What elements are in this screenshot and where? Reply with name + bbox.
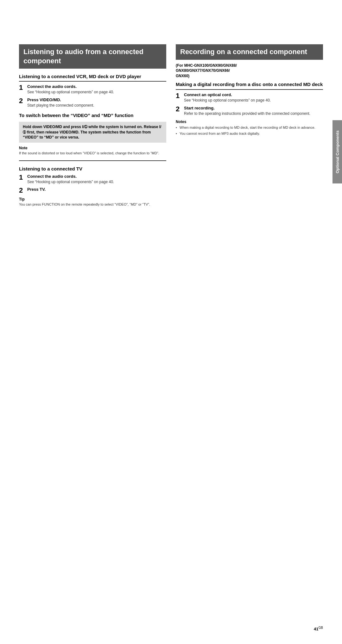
tv-section-divider [19,160,166,161]
tv-tip-title: Tip [19,197,166,201]
vcr-step2-number: 2 [19,97,25,108]
vcr-step2: 2 Press VIDEO/MD. Start playing the conn… [19,97,166,108]
making-step1: 1 Connect an optical cord. See “Hooking … [176,92,323,103]
switch-note-title: Note [19,146,166,150]
making-subsection-title: Making a digital recording from a disc o… [176,81,323,90]
tv-step1: 1 Connect the audio cords. See “Hooking … [19,174,166,185]
switch-subsection-title: To switch between the “VIDEO” and “MD” f… [19,113,166,118]
making-note-2: You cannot record from an MP3 audio trac… [176,131,323,136]
vcr-step1-label: Connect the audio cords. [27,84,166,89]
making-step1-content: Connect an optical cord. See “Hooking up… [184,92,323,103]
making-note-1: When making a digital recording to MD de… [176,125,323,130]
making-notes-list: When making a digital recording to MD de… [176,125,323,136]
vcr-step1-number: 1 [19,84,25,95]
right-section-title: Recording on a connected component [176,44,323,60]
making-step2-desc: Refer to the operating instructions prov… [184,111,323,116]
making-step1-label: Connect an optical cord. [184,92,323,97]
vcr-step2-label: Press VIDEO/MD. [27,97,166,102]
tv-step2: 2 Press TV. [19,187,166,194]
vcr-step1-content: Connect the audio cords. See “Hooking up… [27,84,166,95]
making-notes-title: Notes [176,120,323,124]
switch-note-text: If the sound is distorted or too loud wh… [19,151,166,156]
making-step1-number: 1 [176,92,181,103]
making-step2-number: 2 [176,106,181,116]
main-container: Listening to audio from a connected comp… [19,44,323,207]
tv-step1-label: Connect the audio cords. [27,174,166,179]
making-step2-label: Start recording. [184,106,323,110]
tv-subsection-title: Listening to a connected TV [19,166,166,171]
page-number: 41GB [314,626,323,631]
tv-tip-text: You can press FUNCTION on the remote rep… [19,202,166,207]
tv-step2-number: 2 [19,187,25,194]
tv-step1-content: Connect the audio cords. See “Hooking up… [27,174,166,185]
tv-step2-label: Press TV. [27,187,166,192]
right-column: Recording on a connected component (For … [176,44,323,207]
tv-step1-desc: See “Hooking up optional components” on … [27,179,166,185]
left-section-title: Listening to audio from a connected comp… [19,44,166,69]
tv-step2-content: Press TV. [27,187,166,194]
making-step2-content: Start recording. Refer to the operating … [184,106,323,116]
tv-step1-number: 1 [19,174,25,185]
vcr-step2-content: Press VIDEO/MD. Start playing the connec… [27,97,166,108]
left-column: Listening to audio from a connected comp… [19,44,166,207]
for-models-text: (For MHC-GNX100/GNX90/GNX88/GNX80/GNX77/… [176,63,323,79]
side-tab: Optional Components [332,120,342,183]
vcr-step1-desc: See “Hooking up optional components” on … [27,90,166,95]
making-step2: 2 Start recording. Refer to the operatin… [176,106,323,116]
vcr-step1: 1 Connect the audio cords. See “Hooking … [19,84,166,95]
switch-body-box: Hold down VIDEO/MD and press I/➀ while t… [19,122,166,143]
vcr-subsection-title: Listening to a connected VCR, MD deck or… [19,74,166,82]
making-step1-desc: See “Hooking up optional components” on … [184,98,323,103]
switch-body-text: Hold down VIDEO/MD and press I/➀ while t… [23,124,162,140]
vcr-step2-desc: Start playing the connected component. [27,103,166,108]
